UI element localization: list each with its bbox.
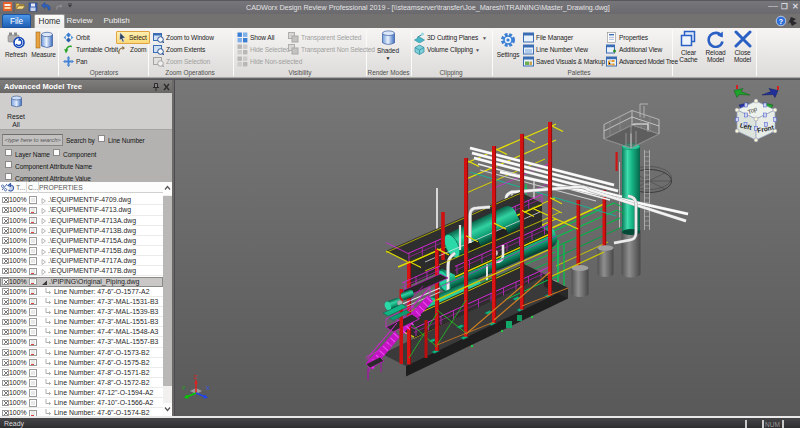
svg-text:X: X xyxy=(206,385,210,391)
svg-text:Y: Y xyxy=(182,385,186,391)
svg-text:Z: Z xyxy=(194,374,198,380)
svg-text:?: ? xyxy=(779,18,783,25)
